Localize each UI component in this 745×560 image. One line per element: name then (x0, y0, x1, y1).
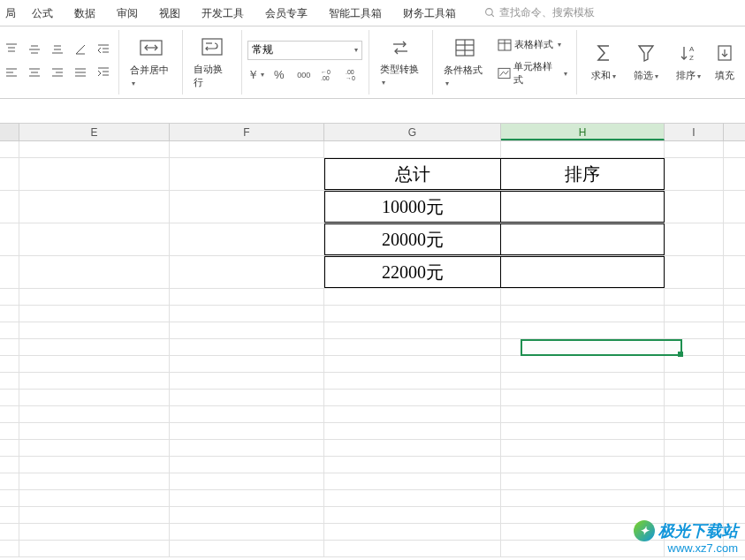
filter-icon (636, 42, 656, 64)
watermark: ✦ 极光下载站 www.xz7.com (634, 520, 738, 555)
svg-rect-46 (498, 68, 510, 78)
col-header-partial[interactable] (0, 124, 19, 140)
group-number: 常规▾ ￥▾ % 000 ←0.00 .00→0 (242, 30, 369, 95)
justify-icon[interactable] (71, 63, 90, 82)
align-top-icon[interactable] (2, 40, 21, 59)
svg-line-11 (76, 45, 85, 54)
align-bottom-icon[interactable] (48, 40, 67, 59)
watermark-url: www.xz7.com (634, 541, 738, 555)
table-style-icon (498, 39, 512, 51)
cell-H4[interactable] (501, 256, 665, 288)
fill-button[interactable]: 填充 (710, 30, 740, 95)
sort-icon: AZ (679, 42, 698, 64)
tab-smart-tools[interactable]: 智能工具箱 (318, 0, 392, 26)
svg-text:→0: →0 (346, 75, 355, 81)
type-convert-button[interactable]: 类型转换▾ (375, 34, 427, 90)
column-headers: E F G H I (0, 124, 745, 141)
tab-layout-partial[interactable]: 局 (4, 0, 21, 26)
svg-text:Z: Z (689, 54, 694, 62)
group-alignment (0, 30, 119, 95)
svg-text:.00: .00 (346, 69, 354, 75)
svg-marker-47 (639, 46, 653, 61)
cell-G4[interactable]: 22000元 (324, 256, 501, 288)
group-styles: 条件格式▾ 表格样式▾ 单元格样式▾ (433, 30, 577, 95)
search-box[interactable]: 查找命令、搜索模板 (484, 5, 595, 20)
tab-data[interactable]: 数据 (64, 0, 106, 26)
conditional-format-button[interactable]: 条件格式▾ (438, 34, 491, 91)
tab-finance-tools[interactable]: 财务工具箱 (392, 0, 467, 26)
align-right-icon[interactable] (48, 63, 67, 82)
formula-bar[interactable] (0, 99, 745, 124)
cell-H-header[interactable]: 排序 (501, 158, 665, 190)
col-header-F[interactable]: F (170, 124, 324, 140)
search-placeholder: 查找命令、搜索模板 (499, 5, 595, 20)
wrap-text-button[interactable]: 自动换行 (188, 33, 236, 93)
table-style-button[interactable]: 表格样式▾ (494, 36, 571, 53)
group-merge: 合并居中▾ (119, 30, 183, 95)
sum-button[interactable]: 求和▾ (582, 30, 625, 95)
group-type-convert: 类型转换▾ (369, 30, 433, 95)
svg-text:←0: ←0 (321, 69, 331, 75)
decrease-decimal-button[interactable]: .00→0 (344, 65, 363, 85)
group-editing: 求和▾ 筛选▾ AZ 排序▾ 填充 (577, 30, 745, 95)
merge-icon (139, 37, 163, 58)
currency-button[interactable]: ￥▾ (247, 65, 264, 85)
group-wrap: 自动换行 (183, 30, 242, 95)
decrease-indent-icon[interactable] (94, 40, 113, 59)
comma-button[interactable]: 000 (294, 65, 314, 85)
col-header-H[interactable]: H (501, 124, 665, 140)
svg-line-1 (491, 14, 494, 17)
cond-format-icon (453, 37, 476, 58)
svg-text:.00: .00 (321, 75, 330, 81)
convert-icon (389, 38, 412, 57)
sort-button[interactable]: AZ 排序▾ (667, 30, 710, 95)
increase-indent-icon[interactable] (94, 63, 113, 82)
ribbon: 合并居中▾ 自动换行 常规▾ ￥▾ % 000 ←0.00 .00→0 类型转换… (0, 26, 745, 99)
cell-H3[interactable] (501, 223, 665, 255)
svg-point-0 (486, 9, 493, 16)
col-header-G[interactable]: G (324, 124, 501, 140)
filter-button[interactable]: 筛选▾ (625, 30, 667, 95)
cell-style-icon (498, 67, 511, 79)
svg-rect-33 (202, 39, 222, 55)
tab-formula[interactable]: 公式 (21, 0, 64, 26)
align-middle-icon[interactable] (25, 40, 44, 59)
col-header-E[interactable]: E (19, 124, 170, 140)
merge-center-button[interactable]: 合并居中▾ (125, 34, 177, 91)
watermark-logo-icon: ✦ (634, 520, 655, 541)
fill-icon (715, 42, 734, 64)
cell-style-button[interactable]: 单元格样式▾ (494, 58, 571, 88)
orientation-icon[interactable] (71, 40, 90, 59)
sum-icon (594, 42, 613, 64)
tab-member[interactable]: 会员专享 (255, 0, 318, 26)
tab-devtools[interactable]: 开发工具 (191, 0, 255, 26)
cell-G-header[interactable]: 总计 (324, 158, 501, 190)
cell-G2[interactable]: 10000元 (324, 191, 501, 223)
align-left-icon[interactable] (2, 63, 21, 82)
cell-H2[interactable] (501, 191, 665, 223)
tab-review[interactable]: 审阅 (106, 0, 148, 26)
watermark-name: 极光下载站 (658, 520, 738, 541)
search-icon (484, 7, 496, 19)
percent-button[interactable]: % (270, 65, 289, 85)
increase-decimal-button[interactable]: ←0.00 (319, 65, 338, 85)
col-header-I[interactable]: I (665, 124, 724, 140)
cell-G3[interactable]: 20000元 (324, 223, 501, 255)
tab-view[interactable]: 视图 (148, 0, 191, 26)
align-center-icon[interactable] (25, 63, 44, 82)
spreadsheet-grid[interactable]: 总计 排序 10000元 20000元 22000元 (0, 141, 745, 557)
wrap-icon (200, 36, 224, 57)
svg-text:A: A (689, 45, 695, 53)
number-format-select[interactable]: 常规▾ (247, 41, 362, 60)
